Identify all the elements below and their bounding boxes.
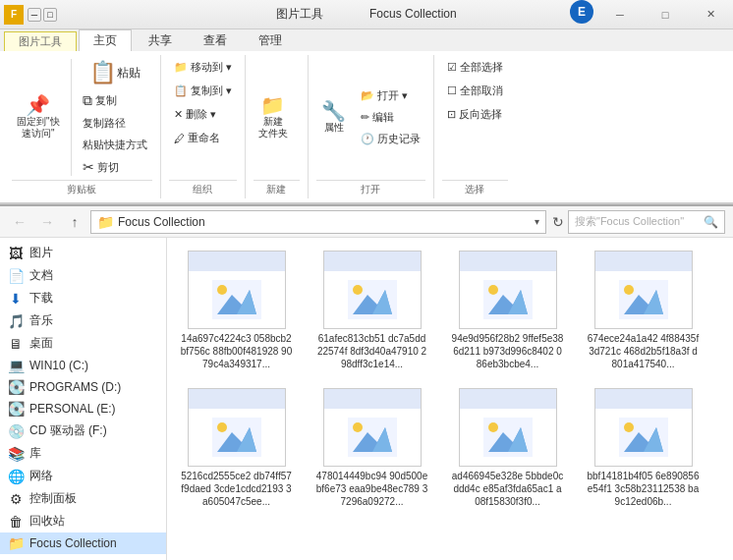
copy-path-button[interactable]: 复制路径 — [78, 113, 152, 134]
edit-button[interactable]: ✏ 编辑 — [356, 107, 425, 128]
file-grid: 14a697c4224c3 058bcb2bf756c 88fb00f48192… — [175, 246, 725, 513]
sidebar-item-focus-collection[interactable]: 📁 Focus Collection — [0, 532, 166, 554]
select-none-button[interactable]: ☐ 全部取消 — [442, 81, 508, 101]
search-icon[interactable]: 🔍 — [704, 215, 718, 229]
properties-button[interactable]: 🔧 属性 — [316, 98, 352, 137]
tab-home[interactable]: 主页 — [79, 29, 132, 51]
file-name: ad466945e328e 5bbde0cddd4c e85af3fda65ac… — [451, 470, 564, 508]
sidebar-item-c-drive[interactable]: 💻 WIN10 (C:) — [0, 355, 166, 376]
delete-button[interactable]: ✕ 删除 ▾ — [169, 104, 221, 125]
min-btn-small[interactable]: ─ — [28, 8, 41, 22]
focus-collection-label: Focus Collection — [29, 536, 117, 550]
paste-shortcut-button[interactable]: 粘贴快捷方式 — [78, 135, 152, 155]
navigation-bar: ← → ↑ 📁 Focus Collection ▾ ↻ 搜索"Focus Co… — [0, 206, 733, 238]
ribbon-group-organize: 📁 移动到 ▾ 📋 复制到 ▾ ✕ 删除 ▾ 🖊 重命名 组织 — [165, 55, 246, 198]
file-thumbnail — [459, 251, 557, 329]
file-item[interactable]: 14a697c4224c3 058bcb2bf756c 88fb00f48192… — [175, 246, 298, 375]
sidebar-item-e-drive[interactable]: 💽 PERSONAL (E:) — [0, 398, 166, 420]
sidebar-item-recycle[interactable]: 🗑 回收站 — [0, 510, 166, 532]
ribbon-group-select: ☑ 全部选择 ☐ 全部取消 ⊡ 反向选择 选择 — [438, 55, 516, 198]
sidebar-item-network[interactable]: 🌐 网络 — [0, 465, 166, 487]
clipboard-col: 📋 粘贴 ⧉ 复制 复制路径 粘贴快捷方式 ✂ 剪切 — [78, 57, 152, 178]
file-name: 674ece24a1a42 4f88435f3d721c 468d2b5f18a… — [587, 332, 700, 370]
up-button[interactable]: ↑ — [63, 210, 86, 234]
svg-point-23 — [353, 422, 363, 432]
minimize-button[interactable]: ─ — [597, 0, 643, 29]
sidebar-item-pictures[interactable]: 🖼 图片 — [0, 242, 166, 264]
move-to-button[interactable]: 📁 移动到 ▾ — [169, 57, 237, 78]
select-label: 选择 — [442, 180, 508, 196]
title-bar-left: F ─ □ — [0, 5, 57, 25]
svg-point-19 — [217, 422, 227, 432]
move-icon: 📁 — [174, 61, 188, 74]
file-item[interactable]: 674ece24a1a42 4f88435f3d721c 468d2b5f18a… — [582, 246, 705, 375]
maximize-button[interactable]: □ — [643, 0, 688, 29]
search-bar[interactable]: 搜索"Focus Collection" 🔍 — [568, 210, 725, 234]
tab-share[interactable]: 共享 — [134, 29, 187, 51]
max-btn-small[interactable]: □ — [43, 8, 57, 22]
main-area: 🖼 图片 📄 文档 ⬇ 下载 🎵 音乐 🖥 桌面 💻 WIN10 (C:) 💽 … — [0, 238, 733, 560]
search-placeholder: 搜索"Focus Collection" — [575, 214, 700, 229]
file-item[interactable]: 5216cd2555ce2 db74ff57f9daed 3cde1cdcd21… — [175, 383, 298, 513]
sidebar-item-library[interactable]: 📚 库 — [0, 442, 166, 465]
invert-select-button[interactable]: ⊡ 反向选择 — [442, 104, 507, 125]
organize-label: 组织 — [169, 180, 237, 196]
control-panel-icon: ⚙ — [8, 491, 24, 507]
file-content-area: 14a697c4224c3 058bcb2bf756c 88fb00f48192… — [167, 238, 733, 560]
history-button[interactable]: 🕐 历史记录 — [356, 129, 425, 149]
file-item[interactable]: 94e9d956f28b2 9ffef5e386d211 b973d996c84… — [446, 246, 569, 375]
copy-to-button[interactable]: 📋 复制到 ▾ — [169, 81, 237, 101]
back-button[interactable]: ← — [8, 210, 31, 234]
file-thumbnail — [459, 388, 557, 467]
sidebar-item-d-drive[interactable]: 💽 PROGRAMS (D:) — [0, 376, 166, 398]
user-avatar[interactable]: E — [570, 0, 593, 24]
forward-button[interactable]: → — [35, 210, 59, 234]
cut-button[interactable]: ✂ 剪切 — [78, 156, 152, 178]
tab-picture-tools[interactable]: 图片工具 — [4, 31, 77, 51]
open-button[interactable]: 📂 打开 ▾ — [356, 85, 425, 106]
desktop-label: 桌面 — [29, 335, 53, 352]
sidebar-item-downloads[interactable]: ⬇ 下载 — [0, 287, 166, 309]
delete-icon: ✕ — [174, 108, 183, 121]
file-name: 5216cd2555ce2 db74ff57f9daed 3cde1cdcd21… — [180, 470, 293, 508]
copy-button[interactable]: ⧉ 复制 — [78, 89, 152, 112]
address-bar[interactable]: 📁 Focus Collection ▾ — [90, 210, 546, 234]
rename-button[interactable]: 🖊 重命名 — [169, 128, 225, 148]
title-controls: E ─ □ ✕ — [570, 0, 733, 29]
focus-collection-icon: 📁 — [8, 535, 24, 551]
file-thumbnail — [188, 251, 286, 329]
file-item[interactable]: 61afec813cb51 dc7a5dd22574f 8df3d40a4791… — [310, 246, 433, 375]
cut-label: 剪切 — [97, 160, 119, 175]
file-name: 94e9d956f28b2 9ffef5e386d211 b973d996c84… — [451, 332, 564, 370]
close-button[interactable]: ✕ — [688, 0, 733, 29]
sidebar-item-control-panel[interactable]: ⚙ 控制面板 — [0, 487, 166, 510]
tab-manage[interactable]: 管理 — [244, 29, 297, 51]
network-label: 网络 — [29, 468, 53, 484]
d-drive-label: PROGRAMS (D:) — [29, 380, 121, 394]
paste-icon: 📋 — [89, 60, 116, 85]
downloads-icon: ⬇ — [8, 291, 24, 307]
documents-label: 文档 — [29, 267, 53, 284]
network-icon: 🌐 — [8, 469, 24, 484]
pin-label: 固定到"快速访问" — [17, 116, 60, 140]
pin-button[interactable]: 📌 固定到"快速访问" — [12, 92, 65, 142]
refresh-button[interactable]: ↻ — [552, 214, 564, 230]
file-item[interactable]: bbf14181b4f05 6e890856e54f1 3c58b2311253… — [582, 383, 705, 513]
e-drive-icon: 💽 — [8, 401, 24, 417]
new-folder-button[interactable]: 📁 新建文件夹 — [254, 92, 293, 142]
sidebar: 🖼 图片 📄 文档 ⬇ 下载 🎵 音乐 🖥 桌面 💻 WIN10 (C:) 💽 … — [0, 238, 167, 560]
tab-view[interactable]: 查看 — [189, 29, 242, 51]
copy-path-label: 复制路径 — [83, 116, 126, 131]
sidebar-item-desktop[interactable]: 🖥 桌面 — [0, 332, 166, 355]
clipboard-buttons: 📌 固定到"快速访问" 📋 粘贴 ⧉ 复制 复制路径 — [12, 57, 152, 178]
sidebar-item-f-drive[interactable]: 💿 CD 驱动器 (F:) — [0, 420, 166, 442]
sidebar-item-documents[interactable]: 📄 文档 — [0, 264, 166, 287]
copy-label: 复制 — [95, 93, 117, 108]
sidebar-item-music[interactable]: 🎵 音乐 — [0, 309, 166, 332]
file-item[interactable]: 478014449bc94 90d500ebf6e73 eaa9be48ec78… — [310, 383, 433, 513]
file-item[interactable]: ad466945e328e 5bbde0cddd4c e85af3fda65ac… — [446, 383, 569, 513]
paste-button[interactable]: 📋 粘贴 — [78, 57, 152, 88]
address-dropdown-icon[interactable]: ▾ — [535, 216, 539, 227]
new-label: 新建 — [254, 180, 300, 196]
select-all-button[interactable]: ☑ 全部选择 — [442, 57, 508, 78]
